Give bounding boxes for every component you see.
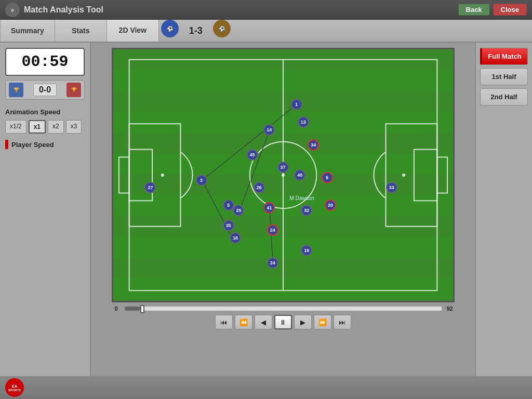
team1-badge: ⚽: [161, 20, 179, 37]
live-score: 0-0: [33, 84, 57, 96]
rewind-button[interactable]: ◀: [255, 315, 272, 329]
pause-button[interactable]: ⏸: [274, 315, 292, 329]
player-33[interactable]: 33: [386, 182, 397, 193]
close-button[interactable]: Close: [493, 4, 527, 16]
speed-2x[interactable]: x2: [48, 120, 64, 134]
full-match-button[interactable]: Full Match: [480, 48, 528, 65]
animation-speed-label: Animation Speed: [5, 108, 85, 116]
player-3[interactable]: 3: [196, 175, 207, 186]
app-logo: ●: [5, 3, 20, 17]
timer-display: 00:59: [5, 48, 85, 76]
player-37[interactable]: 37: [277, 162, 289, 173]
speed-half[interactable]: x1/2: [5, 120, 26, 134]
timeline-start: 0: [112, 305, 121, 312]
main-content: 00:59 🏆 0-0 🏆 Animation Speed x1/2 x1 x2…: [0, 43, 532, 399]
tab-stats[interactable]: Stats: [55, 20, 107, 42]
player-26[interactable]: 26: [254, 182, 265, 193]
player-speed-row: Player Speed: [5, 140, 85, 149]
first-half-button[interactable]: 1st Half: [480, 68, 528, 85]
right-panel: Full Match 1st Half 2nd Half: [475, 43, 532, 399]
speed-buttons: x1/2 x1 x2 x3: [5, 120, 85, 134]
speed-3x[interactable]: x3: [66, 120, 82, 134]
timeline-track[interactable]: [124, 306, 442, 311]
timeline-row: 0 92: [112, 305, 455, 312]
timeline-end: 92: [445, 305, 455, 312]
team1-score-badge: 🏆: [9, 83, 23, 97]
center-area: 1 13 14 45 37 3 26 27 40 34 9 20 M Dawso…: [91, 43, 475, 399]
speed-1x[interactable]: x1: [29, 120, 46, 134]
tab-2dview[interactable]: 2D View: [107, 20, 159, 42]
play-button[interactable]: ▶: [294, 315, 312, 329]
player-13[interactable]: 13: [298, 116, 309, 128]
player-speed-indicator: [5, 140, 8, 149]
ea-sports-logo: EA SPORTS: [5, 378, 24, 397]
tab-bar: Summary Stats 2D View ⚽ 1-3 ⚽: [0, 20, 532, 43]
title-bar: ● Match Analysis Tool Back Close: [0, 0, 532, 20]
skip-to-start-button[interactable]: ⏮: [215, 315, 233, 329]
left-panel: 00:59 🏆 0-0 🏆 Animation Speed x1/2 x1 x2…: [0, 43, 91, 399]
playback-buttons: ⏮ ⏪ ◀ ⏸ ▶ ⏩ ⏭: [215, 315, 351, 329]
team2-badge: ⚽: [213, 20, 231, 37]
rewind-fast-button[interactable]: ⏪: [235, 315, 252, 329]
player-9[interactable]: 9: [322, 172, 333, 183]
controls-area: 0 92 ⏮ ⏪ ◀ ⏸ ▶ ⏩ ⏭: [112, 305, 455, 329]
app-title: Match Analysis Tool: [24, 5, 455, 15]
player-5[interactable]: 5: [223, 200, 234, 211]
player-32[interactable]: 32: [301, 205, 312, 216]
player-45[interactable]: 45: [247, 149, 258, 161]
player-1[interactable]: 1: [291, 99, 302, 110]
back-button[interactable]: Back: [458, 4, 490, 16]
player-speed-label: Player Speed: [11, 141, 54, 149]
bottom-bar: EA SPORTS: [0, 376, 532, 399]
pitch: 1 13 14 45 37 3 26 27 40 34 9 20 M Dawso…: [112, 48, 455, 302]
skip-to-end-button[interactable]: ⏭: [334, 315, 351, 329]
match-score: 1-3: [181, 20, 211, 42]
tab-summary[interactable]: Summary: [0, 20, 55, 42]
player-35[interactable]: 35: [223, 220, 234, 231]
pitch-background: [113, 49, 453, 301]
second-half-button[interactable]: 2nd Half: [480, 88, 528, 105]
player-20[interactable]: 20: [325, 200, 336, 211]
forward-fast-button[interactable]: ⏩: [314, 315, 331, 329]
team2-score-badge: 🏆: [66, 83, 81, 97]
score-box: 🏆 0-0 🏆: [5, 80, 85, 100]
player-16-upper[interactable]: 16: [230, 232, 241, 244]
